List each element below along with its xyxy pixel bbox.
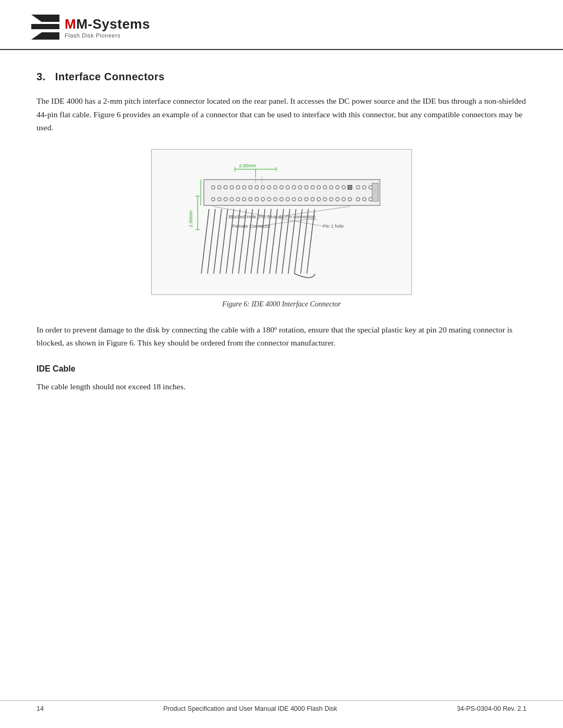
subsection-text: The cable length should not exceed 18 in… bbox=[36, 380, 527, 393]
brand-name: MM-Systems bbox=[65, 16, 150, 32]
svg-rect-37 bbox=[348, 185, 352, 189]
body-paragraph: In order to prevent damage to the disk b… bbox=[36, 323, 527, 350]
footer: 14 Product Specification and User Manual… bbox=[0, 700, 563, 712]
svg-text:2.00mm: 2.00mm bbox=[188, 210, 193, 227]
brand-rest: M-Systems bbox=[76, 16, 150, 32]
footer-right-text: 34-PS-0304-00 Rev. 2.1 bbox=[457, 705, 527, 712]
brand-m: M bbox=[65, 16, 76, 32]
logo-icon bbox=[31, 15, 59, 40]
footer-center-text: Product Specification and User Manual ID… bbox=[163, 705, 337, 712]
intro-paragraph: The IDE 4000 has a 2-mm pitch interface … bbox=[36, 94, 527, 134]
main-content: 3. INTERFACE CONNECTORS The IDE 4000 has… bbox=[0, 50, 563, 439]
page: MM-Systems Flash Disk Pioneers 3. INTERF… bbox=[0, 0, 563, 728]
tagline: Flash Disk Pioneers bbox=[65, 32, 150, 39]
svg-rect-1 bbox=[31, 24, 59, 29]
svg-text:2.00mm: 2.00mm bbox=[239, 163, 256, 168]
section-title: INTERFACE CONNECTORS bbox=[55, 71, 165, 82]
connector-diagram-svg: 2.00mm 2.00mm bbox=[152, 150, 411, 294]
footer-page-number: 14 bbox=[36, 705, 44, 712]
figure-container: 2.00mm 2.00mm bbox=[36, 149, 527, 309]
subsection-heading: IDE Cable bbox=[36, 364, 527, 374]
section-heading: 3. INTERFACE CONNECTORS bbox=[36, 71, 527, 83]
svg-rect-13 bbox=[204, 179, 380, 205]
section-number: 3. bbox=[36, 71, 46, 82]
svg-text:Pin 1 hole: Pin 1 hole bbox=[323, 224, 344, 229]
header: MM-Systems Flash Disk Pioneers bbox=[0, 0, 563, 50]
svg-marker-2 bbox=[31, 32, 59, 40]
figure-diagram: 2.00mm 2.00mm bbox=[151, 149, 412, 295]
figure-caption: Figure 6: IDE 4000 Interface Connector bbox=[222, 300, 341, 309]
svg-rect-67 bbox=[372, 183, 378, 201]
logo: MM-Systems Flash Disk Pioneers bbox=[31, 15, 150, 40]
logo-text: MM-Systems Flash Disk Pioneers bbox=[65, 16, 150, 39]
svg-marker-0 bbox=[31, 15, 59, 22]
